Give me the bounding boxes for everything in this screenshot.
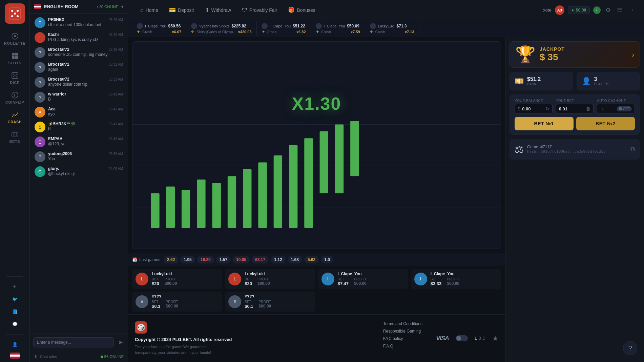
balance-ctrl-label: YOUR BALANCE bbox=[515, 99, 553, 103]
chat-message: ? Brocstar72 03:30 AM someone .25 coin f… bbox=[33, 45, 124, 60]
bet-username: LuckyLuki bbox=[245, 272, 312, 276]
bet-2-button[interactable]: BET №2 bbox=[576, 117, 635, 130]
chat-icon[interactable]: 💬 bbox=[10, 320, 20, 329]
win-item: Vyacheslav Shpits $225.82 ✈ Slots (Gates… bbox=[186, 22, 257, 36]
home-icon: ⌂ bbox=[140, 7, 144, 13]
win-game-icon: ✈ bbox=[262, 29, 265, 34]
last-game-chip[interactable]: 1.12 bbox=[271, 256, 285, 263]
menu-icon[interactable]: ☰ bbox=[616, 5, 624, 15]
chat-input-area: ➤ bbox=[30, 334, 128, 351]
chat-message: E EMPAA 03:45 AM @123, yo bbox=[33, 135, 124, 149]
bet-label: BET bbox=[152, 277, 159, 281]
profit-label: PROFIT bbox=[165, 277, 177, 281]
last-game-chip[interactable]: 1.68 bbox=[288, 256, 302, 263]
help-button[interactable]: ? bbox=[623, 341, 637, 355]
nav-withdraw-link[interactable]: ⬆ Withdraw bbox=[201, 5, 235, 15]
nav-bets[interactable]: BETS bbox=[0, 127, 29, 147]
copy-hash-button[interactable]: ⧉ bbox=[630, 146, 635, 153]
refresh-icon[interactable]: ↻ bbox=[545, 106, 549, 111]
footer-link[interactable]: Responsible Gaming bbox=[383, 329, 422, 334]
last-game-chip[interactable]: 16.29 bbox=[197, 256, 214, 263]
toggle-dark[interactable] bbox=[456, 335, 468, 341]
user-avatar[interactable]: A3 bbox=[555, 5, 564, 15]
svg-rect-9 bbox=[15, 53, 18, 56]
chat-time: 03:41 AM bbox=[109, 92, 123, 96]
chat-username: ⚡5HR3K™🎋 bbox=[48, 122, 76, 126]
language-flag[interactable] bbox=[10, 353, 20, 359]
nav-dice[interactable]: DICE bbox=[0, 68, 29, 88]
last-game-chip[interactable]: 1.0 bbox=[321, 256, 333, 263]
paper-plane-icon[interactable]: ✈ bbox=[11, 282, 19, 291]
chat-send-button[interactable]: ➤ bbox=[117, 337, 124, 347]
chat-text: PLG adding kyc is crazy xD bbox=[48, 37, 123, 42]
last-game-chip[interactable]: 10.05 bbox=[233, 256, 250, 263]
nav-slots[interactable]: SLOTS bbox=[0, 49, 29, 68]
chat-avatar: A bbox=[35, 107, 45, 118]
footer-link[interactable]: Terms and Conditions bbox=[383, 321, 422, 326]
balance-input[interactable] bbox=[522, 106, 543, 111]
nav-deposit-link[interactable]: 💳 Deposit bbox=[165, 5, 198, 15]
bet-label: BET bbox=[245, 277, 252, 281]
win-game-icon: ✈ bbox=[370, 29, 373, 34]
bet-avatar: # bbox=[228, 295, 241, 308]
nav-roulette[interactable]: ROULETTE bbox=[0, 29, 29, 49]
last-game-chip[interactable]: 2.62 bbox=[164, 256, 178, 263]
profit-label: PROFIT bbox=[354, 277, 367, 281]
site-logo[interactable] bbox=[5, 3, 25, 24]
footer-left: 🎲 Copyright © 2024 PLG.BET. All rights r… bbox=[135, 321, 370, 355]
left-sidebar: ROULETTE SLOTS DICE $ COINFLIP CRASH BET… bbox=[0, 0, 30, 362]
footer-right: VISA L B D ★ bbox=[436, 321, 498, 355]
balance-dot: ● bbox=[572, 8, 574, 13]
last-game-chip[interactable]: 1.95 bbox=[180, 256, 195, 263]
auto-cashout-toggle[interactable]: OFF bbox=[617, 106, 632, 111]
balance-display[interactable]: ● $0.00 bbox=[568, 6, 590, 14]
players-count: 3 bbox=[594, 76, 609, 82]
footer-link[interactable]: KYC policy bbox=[383, 336, 422, 341]
nav-crash[interactable]: CRASH bbox=[0, 108, 29, 127]
nav-bonuses-link[interactable]: 🎁 Bonuses bbox=[284, 5, 319, 15]
star-icon[interactable]: ★ bbox=[492, 334, 498, 342]
user-icon[interactable]: 👤 bbox=[10, 340, 20, 349]
chat-time: 03:33 AM bbox=[109, 78, 123, 81]
settings-icon[interactable]: ⚙ bbox=[604, 5, 612, 15]
jackpot-arrow-icon[interactable]: › bbox=[632, 51, 634, 59]
nav-home-link[interactable]: ⌂ Home bbox=[136, 5, 162, 15]
chat-time: 03:20 AM bbox=[109, 18, 123, 22]
chat-rules-link[interactable]: ⏸ Chat rules bbox=[34, 354, 57, 359]
chat-avatar: ? bbox=[35, 77, 45, 88]
logout-icon[interactable]: → bbox=[627, 5, 636, 15]
add-funds-button[interactable]: + bbox=[593, 6, 601, 14]
bet-input[interactable] bbox=[559, 106, 584, 111]
crash-chart: X1.30 bbox=[132, 41, 501, 249]
footer-link[interactable]: F.A.Q bbox=[383, 344, 422, 348]
chat-online-count: • 20 ONLINE bbox=[97, 5, 118, 9]
clear-bet-icon[interactable]: 🗑 bbox=[586, 106, 590, 111]
chat-msg-body: Itachi 03:20 AM PLG adding kyc is crazy … bbox=[48, 32, 123, 42]
chat-username: Ace bbox=[48, 107, 56, 111]
last-game-chip[interactable]: 5.62 bbox=[304, 256, 319, 263]
right-panel: 🏆 JACKPOT $ 35 › 💴 $51.2 BANK 👤 bbox=[505, 37, 644, 362]
bet-1-button[interactable]: BET №1 bbox=[515, 117, 574, 130]
svg-rect-38 bbox=[304, 138, 313, 228]
nav-provably-fair-link[interactable]: 🛡 Provably Fair bbox=[238, 5, 281, 15]
withdraw-icon: ⬆ bbox=[205, 7, 209, 13]
last-game-chip[interactable]: 68.17 bbox=[252, 256, 269, 263]
twitter-icon[interactable]: 🐦 bbox=[10, 295, 20, 304]
controls-row: YOUR BALANCE $ ↻ YOUT BET 🗑 bbox=[515, 99, 635, 113]
chat-dropdown-btn[interactable]: ▾ bbox=[121, 3, 124, 10]
bet-profit: $00.00 bbox=[447, 281, 459, 286]
chat-avatar: E bbox=[35, 136, 45, 147]
bet-avatar: I bbox=[321, 273, 334, 285]
auto-cashout-input[interactable] bbox=[607, 106, 615, 111]
gift-icon: 🎁 bbox=[288, 7, 295, 13]
bet-profit: $00.00 bbox=[166, 304, 178, 308]
nav-coinflip[interactable]: $ COINFLIP bbox=[0, 88, 29, 108]
last-game-chip[interactable]: 1.57 bbox=[216, 256, 231, 263]
chat-text: B bbox=[48, 97, 123, 102]
facebook-icon[interactable]: 📘 bbox=[10, 307, 20, 316]
win-username: LuckyLuki bbox=[378, 24, 395, 28]
bank-amount: $51.2 bbox=[527, 76, 541, 82]
bank-label: BANK bbox=[527, 82, 541, 86]
svg-point-15 bbox=[14, 75, 15, 76]
chat-message-input[interactable] bbox=[33, 337, 114, 347]
